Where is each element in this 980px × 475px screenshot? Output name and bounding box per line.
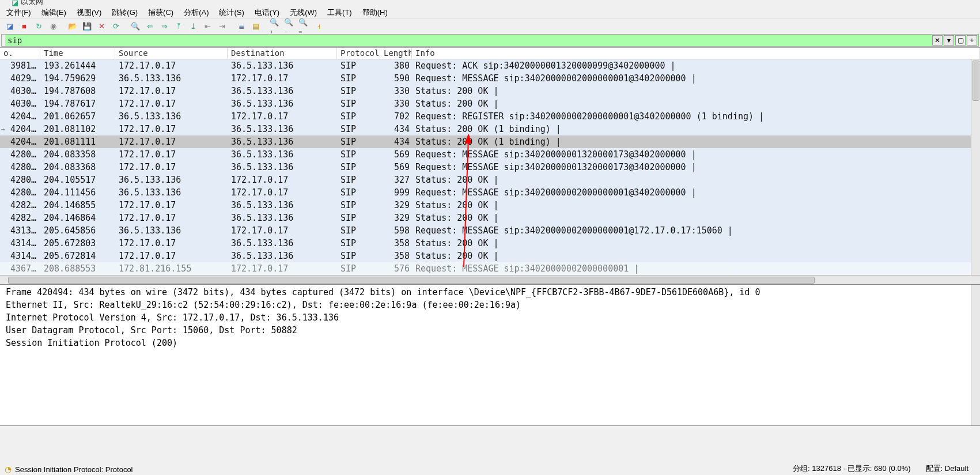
open-icon[interactable]: 📂 bbox=[66, 20, 79, 33]
cell-proto: SIP bbox=[337, 124, 380, 134]
filter-history-button[interactable]: ▾ bbox=[944, 35, 954, 46]
detail-line[interactable]: User Datagram Protocol, Src Port: 15060,… bbox=[6, 325, 974, 338]
fin-icon[interactable]: ◪ bbox=[3, 20, 16, 33]
col-header-info[interactable]: Info bbox=[412, 48, 980, 59]
cell-dst: 172.17.0.17 bbox=[228, 263, 337, 274]
menu-item[interactable]: 视图(V) bbox=[73, 6, 105, 19]
packet-list-header[interactable]: o. Time Source Destination Protocol Leng… bbox=[0, 48, 980, 59]
cell-time: 205.645856 bbox=[40, 225, 115, 236]
zoom-out-icon[interactable]: 🔍₋ bbox=[283, 20, 296, 33]
close-icon[interactable]: ✕ bbox=[95, 20, 108, 33]
packet-row[interactable]: 4204…201.081102172.17.0.1736.5.133.136SI… bbox=[0, 123, 980, 135]
restart-icon[interactable]: ↻ bbox=[32, 20, 45, 33]
filter-clear-button[interactable]: ✕ bbox=[932, 35, 943, 46]
first-icon[interactable]: ⇤ bbox=[201, 20, 214, 33]
menu-item[interactable]: 跳转(G) bbox=[108, 6, 142, 19]
resize-cols-icon[interactable]: ⫞ bbox=[312, 20, 325, 33]
menu-item[interactable]: 帮助(H) bbox=[358, 6, 392, 19]
col-header-source[interactable]: Source bbox=[115, 48, 228, 59]
find-icon[interactable]: 🔍 bbox=[129, 20, 142, 33]
menu-item[interactable]: 文件(F) bbox=[2, 6, 35, 19]
cell-proto: SIP bbox=[337, 251, 380, 261]
packet-list-hscrollbar[interactable] bbox=[0, 275, 980, 284]
cell-proto: SIP bbox=[337, 162, 380, 172]
colorize-icon[interactable]: ▤ bbox=[249, 20, 262, 33]
expert-info-icon[interactable]: ◔ bbox=[5, 465, 12, 474]
detail-line[interactable]: Internet Protocol Version 4, Src: 172.17… bbox=[6, 312, 974, 325]
packet-row[interactable]: 4313…205.64585636.5.133.136172.17.0.17SI… bbox=[0, 224, 980, 237]
cell-proto: SIP bbox=[337, 187, 380, 198]
packet-row[interactable]: 4029…194.75962936.5.133.136172.17.0.17SI… bbox=[0, 72, 980, 85]
col-header-length[interactable]: Length bbox=[380, 48, 412, 59]
packet-row[interactable]: 3981…193.261444172.17.0.1736.5.133.136SI… bbox=[0, 59, 980, 72]
col-header-time[interactable]: Time bbox=[40, 48, 115, 59]
autoscroll-icon[interactable]: ≣ bbox=[235, 20, 248, 33]
packet-row[interactable]: 4282…204.146855172.17.0.1736.5.133.136SI… bbox=[0, 199, 980, 212]
cell-no: 4280… bbox=[0, 149, 40, 160]
col-header-destination[interactable]: Destination bbox=[228, 48, 337, 59]
last-icon[interactable]: ⇥ bbox=[215, 20, 228, 33]
cell-info: Request: MESSAGE sip:3402000000200000000… bbox=[412, 263, 980, 274]
cell-no: 4280… bbox=[0, 175, 40, 185]
cell-no: 4314… bbox=[0, 238, 40, 248]
menu-item[interactable]: 统计(S) bbox=[215, 6, 248, 19]
packet-row[interactable]: 4204…201.081111172.17.0.1736.5.133.136SI… bbox=[0, 135, 980, 148]
cell-time: 194.787608 bbox=[40, 86, 115, 96]
cell-no: 4280… bbox=[0, 162, 40, 172]
cell-proto: SIP bbox=[337, 99, 380, 109]
detail-line[interactable]: Session Initiation Protocol (200) bbox=[6, 338, 974, 350]
cell-info: Request: MESSAGE sip:3402000000200000000… bbox=[412, 73, 980, 84]
filter-add-button[interactable]: + bbox=[967, 35, 977, 46]
cell-no: 4280… bbox=[0, 187, 40, 198]
reload-icon[interactable]: ⟳ bbox=[109, 20, 122, 33]
cell-len: 999 bbox=[380, 187, 412, 198]
packet-list-vscrollbar[interactable] bbox=[971, 59, 980, 275]
menu-item[interactable]: 捕获(C) bbox=[144, 6, 177, 19]
status-profile[interactable]: 配置: Default bbox=[926, 463, 968, 474]
packet-row[interactable]: 4204…201.06265736.5.133.136172.17.0.17SI… bbox=[0, 110, 980, 123]
cell-src: 172.17.0.17 bbox=[115, 238, 228, 248]
menu-item[interactable]: 分析(A) bbox=[180, 6, 213, 19]
jump-next-icon[interactable]: ⤓ bbox=[187, 20, 199, 33]
packet-row[interactable]: 4280…204.11145636.5.133.136172.17.0.17SI… bbox=[0, 186, 980, 199]
packet-row[interactable]: 4280…204.083368172.17.0.1736.5.133.136SI… bbox=[0, 161, 980, 174]
col-header-no[interactable]: o. bbox=[0, 48, 40, 59]
vscrollbar-thumb[interactable] bbox=[973, 61, 979, 101]
hscrollbar-thumb[interactable] bbox=[8, 277, 815, 284]
detail-line[interactable]: Frame 420494: 434 bytes on wire (3472 bi… bbox=[6, 287, 974, 300]
menu-item[interactable]: 工具(T) bbox=[323, 6, 356, 19]
packet-row[interactable]: 4314…205.672803172.17.0.1736.5.133.136SI… bbox=[0, 237, 980, 250]
details-vscrollbar[interactable] bbox=[971, 285, 980, 425]
packet-row[interactable]: 4280…204.083358172.17.0.1736.5.133.136SI… bbox=[0, 148, 980, 161]
packet-row[interactable]: 4030…194.787617172.17.0.1736.5.133.136SI… bbox=[0, 97, 980, 110]
jump-prev-icon[interactable]: ⤒ bbox=[172, 20, 185, 33]
cell-proto: SIP bbox=[337, 175, 380, 185]
detail-line[interactable]: Ethernet II, Src: RealtekU_29:16:c2 (52:… bbox=[6, 300, 974, 312]
display-filter-input[interactable] bbox=[5, 35, 932, 46]
stop-icon[interactable]: ■ bbox=[18, 20, 31, 33]
cell-dst: 36.5.133.136 bbox=[228, 213, 337, 223]
menu-item[interactable]: 编辑(E) bbox=[37, 6, 70, 19]
chevron-down-icon: ▾ bbox=[947, 36, 951, 44]
options-icon[interactable]: ◉ bbox=[47, 20, 59, 33]
packet-row[interactable]: 4367…208.688553172.81.216.155172.17.0.17… bbox=[0, 262, 980, 275]
packet-details-pane[interactable]: Frame 420494: 434 bytes on wire (3472 bi… bbox=[0, 285, 980, 426]
zoom-in-icon[interactable]: 🔍₊ bbox=[269, 20, 282, 33]
cell-len: 327 bbox=[380, 175, 412, 185]
next-icon[interactable]: ⇒ bbox=[158, 20, 171, 33]
cell-no: 4204… bbox=[0, 137, 40, 147]
cell-time: 205.672803 bbox=[40, 238, 115, 248]
packet-row[interactable]: 4030…194.787608172.17.0.1736.5.133.136SI… bbox=[0, 85, 980, 97]
packet-row[interactable]: 4282…204.146864172.17.0.1736.5.133.136SI… bbox=[0, 212, 980, 224]
cell-dst: 172.17.0.17 bbox=[228, 225, 337, 236]
status-bar: ◔ Session Initiation Protocol: Protocol … bbox=[0, 426, 980, 475]
filter-apply-button[interactable]: ▢ bbox=[955, 35, 966, 46]
cell-time: 194.787617 bbox=[40, 99, 115, 109]
cell-len: 702 bbox=[380, 111, 412, 122]
packet-row[interactable]: 4280…204.10551736.5.133.136172.17.0.17SI… bbox=[0, 174, 980, 186]
packet-row[interactable]: 4314…205.672814172.17.0.1736.5.133.136SI… bbox=[0, 250, 980, 262]
save-icon[interactable]: 💾 bbox=[81, 20, 93, 33]
zoom-reset-icon[interactable]: 🔍₌ bbox=[298, 20, 311, 33]
prev-icon[interactable]: ⇐ bbox=[143, 20, 156, 33]
col-header-protocol[interactable]: Protocol bbox=[337, 48, 380, 59]
